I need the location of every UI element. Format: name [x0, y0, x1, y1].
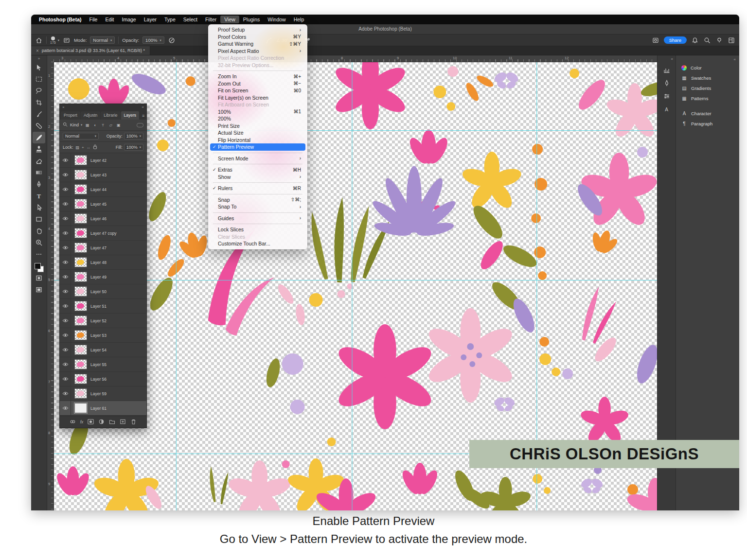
layer-blend-mode-select[interactable]: Normal ▾: [63, 133, 99, 140]
menubar-item-help[interactable]: Help: [290, 16, 308, 23]
new-layer-icon[interactable]: [120, 419, 126, 426]
view-menu-item-show[interactable]: Show›: [210, 174, 305, 181]
dock-panel-color[interactable]: Color: [676, 63, 739, 73]
menubar-item-filter[interactable]: Filter: [201, 16, 220, 23]
healing-brush-tool[interactable]: [33, 120, 45, 132]
layer-opacity-select[interactable]: 100% ▾: [124, 133, 143, 140]
close-icon[interactable]: ×: [36, 48, 39, 53]
view-menu-item-customize-touch-bar[interactable]: Customize Touch Bar...: [210, 240, 305, 247]
visibility-eye-icon[interactable]: [60, 372, 71, 386]
visibility-eye-icon[interactable]: [60, 314, 71, 328]
lasso-tool[interactable]: [33, 85, 45, 97]
view-menu-item-extras[interactable]: ✓Extras⌘H: [210, 166, 305, 174]
adjustments-panel-icon[interactable]: [662, 92, 671, 101]
layer-row-layer-52[interactable]: Layer 52: [60, 314, 146, 328]
layer-row-layer-44[interactable]: Layer 44: [60, 182, 146, 197]
panels-collapse-icon[interactable]: «: [676, 56, 739, 63]
view-menu-item-snap-to[interactable]: Snap To›: [210, 203, 305, 210]
dock-panel-swatches[interactable]: ▦Swatches: [676, 73, 739, 83]
view-menu-item-pixel-aspect-ratio[interactable]: Pixel Aspect Ratio›: [210, 48, 305, 55]
view-menu-item-rulers[interactable]: ✓Rulers⌘R: [210, 185, 305, 192]
lock-position-icon[interactable]: ↔: [87, 145, 90, 150]
layer-row-layer-42[interactable]: Layer 42: [60, 153, 146, 168]
lock-transparency-icon[interactable]: ▨: [76, 145, 80, 150]
screen-mode-icon[interactable]: [33, 284, 45, 296]
marquee-tool[interactable]: [33, 73, 45, 85]
visibility-eye-icon[interactable]: [60, 182, 71, 196]
layers-panel-tab-adjustn[interactable]: Adjustn: [81, 111, 100, 120]
brush-settings-panel-icon[interactable]: [63, 36, 71, 44]
view-menu-item-flip-horizontal[interactable]: Flip Horizontal: [210, 137, 305, 144]
app-menu-photoshop[interactable]: Photoshop (Beta): [35, 16, 86, 23]
layer-row-layer-56[interactable]: Layer 56: [60, 372, 146, 386]
visibility-eye-icon[interactable]: [60, 328, 71, 342]
clone-stamp-tool[interactable]: [33, 143, 45, 155]
dock-panel-paragraph[interactable]: ¶Paragraph: [676, 119, 739, 129]
layer-row-layer-55[interactable]: Layer 55: [60, 357, 146, 372]
layer-row-layer-49[interactable]: Layer 49: [60, 270, 146, 284]
filter-kind-select[interactable]: Kind ▾: [70, 122, 82, 127]
close-icon[interactable]: ×: [62, 105, 65, 109]
layer-row-layer-53[interactable]: Layer 53: [60, 328, 146, 343]
eyedropper-tool[interactable]: [33, 108, 45, 120]
brush-tool[interactable]: [33, 132, 45, 143]
view-menu-item-pattern-preview[interactable]: ✓Pattern Preview: [210, 143, 305, 151]
lock-pixels-icon[interactable]: +: [82, 145, 84, 150]
filter-type-layers-icon[interactable]: T: [100, 123, 106, 127]
vertical-ruler[interactable]: 123456789: [47, 62, 54, 510]
move-tool[interactable]: [33, 62, 45, 73]
workspace-switcher-icon[interactable]: [728, 36, 735, 44]
collapse-icon[interactable]: «: [142, 105, 144, 109]
visibility-eye-icon[interactable]: [60, 153, 71, 167]
link-layers-icon[interactable]: [70, 419, 76, 426]
capture-icon[interactable]: [652, 36, 659, 44]
share-button[interactable]: Share: [664, 36, 687, 44]
visibility-eye-icon[interactable]: [60, 241, 71, 255]
delete-layer-icon[interactable]: [130, 419, 137, 426]
layer-mask-icon[interactable]: [88, 419, 94, 426]
visibility-eye-icon[interactable]: [60, 386, 71, 401]
visibility-eye-icon[interactable]: [60, 284, 71, 298]
gradient-tool[interactable]: [33, 167, 45, 178]
brush-preset-picker[interactable]: 175 ▾: [50, 36, 59, 44]
hand-tool[interactable]: [33, 225, 45, 237]
clone-source-panel-icon[interactable]: [662, 79, 671, 88]
home-icon[interactable]: [35, 36, 43, 44]
character-styles-panel-icon[interactable]: A: [662, 105, 671, 114]
toolbar-collapse-icon[interactable]: »: [38, 56, 40, 62]
view-menu-item-print-size[interactable]: Print Size: [210, 122, 305, 130]
foreground-color-swatch[interactable]: [35, 263, 41, 269]
layer-row-layer-59[interactable]: Layer 59: [60, 386, 146, 401]
layer-row-layer-47-copy[interactable]: Layer 47 copy: [60, 226, 146, 241]
view-menu-item-100[interactable]: 100%⌘1: [210, 108, 305, 116]
layer-row-layer-50[interactable]: Layer 50: [60, 284, 146, 299]
layer-row-layer-54[interactable]: Layer 54: [60, 343, 146, 357]
filter-toggle-icon[interactable]: [137, 123, 143, 127]
new-group-icon[interactable]: [109, 419, 115, 426]
filter-pixel-layers-icon[interactable]: ▦: [85, 123, 90, 127]
zoom-tool[interactable]: [33, 237, 45, 248]
view-menu-item-proof-setup[interactable]: Proof Setup›: [210, 26, 305, 34]
layer-effects-icon[interactable]: fx: [80, 420, 84, 424]
menubar-item-window[interactable]: Window: [264, 16, 289, 23]
layers-panel-tab-layers[interactable]: Layers: [121, 111, 140, 120]
document-tab[interactable]: × pattern botanical 3.psd @ 33.3% (Layer…: [31, 46, 150, 55]
adjustment-layer-icon[interactable]: [98, 419, 105, 426]
rectangle-tool[interactable]: [33, 213, 45, 225]
menubar-item-image[interactable]: Image: [118, 16, 140, 23]
filter-shape-layers-icon[interactable]: ▱: [108, 123, 113, 127]
search-icon[interactable]: [703, 36, 711, 44]
view-menu-item-fit-on-screen[interactable]: Fit on Screen⌘0: [210, 87, 305, 94]
layer-row-layer-47[interactable]: Layer 47: [60, 241, 146, 255]
menubar-item-plugins[interactable]: Plugins: [239, 16, 264, 23]
dock-panel-character[interactable]: ACharacter: [676, 108, 739, 119]
visibility-eye-icon[interactable]: [60, 299, 71, 313]
visibility-eye-icon[interactable]: [60, 357, 71, 371]
layer-fill-select[interactable]: 100% ▾: [124, 144, 143, 151]
visibility-eye-icon[interactable]: [60, 211, 71, 226]
crop-tool[interactable]: [33, 97, 45, 108]
lock-all-icon[interactable]: [93, 144, 97, 150]
visibility-eye-icon[interactable]: [60, 343, 71, 357]
view-menu-item-screen-mode[interactable]: Screen Mode›: [210, 155, 305, 162]
histogram-panel-icon[interactable]: [662, 66, 671, 74]
